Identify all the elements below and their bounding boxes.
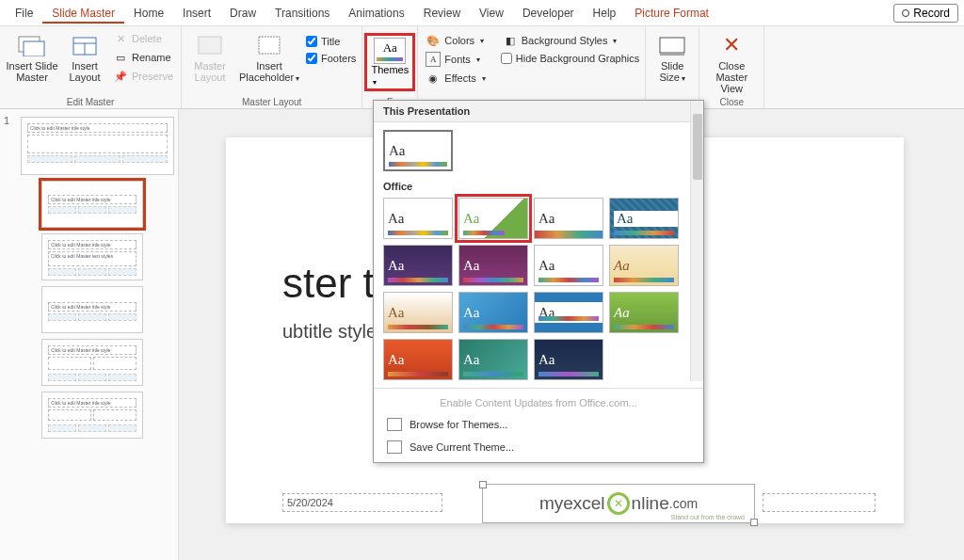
svg-rect-1 [24,41,44,56]
bg-styles-icon: ◧ [503,33,518,48]
theme-current[interactable]: Aa [383,130,453,171]
slide-number-placeholder[interactable] [763,493,876,512]
dropdown-footer: Enable Content Updates from Office.com..… [374,388,703,462]
insert-placeholder-button[interactable]: Insert Placeholder▾ [238,28,300,84]
menu-review[interactable]: Review [414,3,470,24]
folder-icon [387,418,402,431]
theme-ion-boardroom[interactable]: Aa [458,245,528,286]
slide-master-icon [17,32,47,58]
slide-size-icon [657,32,687,58]
theme-grid: Aa Aa Aa Aa Aa Aa Aa Aa Aa Aa Aa Aa Aa A… [374,198,703,388]
menu-picture-format[interactable]: Picture Format [625,3,718,24]
fonts-icon: A [426,52,441,67]
hide-background-checkbox[interactable]: Hide Background Graphics [501,51,639,66]
record-icon [902,9,909,17]
insert-layout-button[interactable]: Insert Layout [64,28,105,83]
group-label-master-layout: Master Layout [187,96,356,107]
theme-berlin[interactable]: Aa [383,339,453,380]
theme-organic[interactable]: Aa [534,245,603,286]
theme-wisp[interactable]: Aa [458,292,528,333]
layout-thumbnail-2[interactable]: Click to edit Master title style Click t… [41,233,143,280]
group-label-edit-master: Edit Master [6,96,175,107]
date-placeholder[interactable]: 5/20/2024 [282,493,442,512]
theme-damask[interactable]: Aa [534,339,603,380]
save-icon [387,440,402,454]
themes-dropdown: This Presentation Aa Office Aa Aa Aa Aa … [373,100,704,463]
title-checkbox[interactable]: Title [306,34,356,49]
group-close: ✕ Close Master View Close [699,26,764,108]
master-layout-button: Master Layout [187,28,233,83]
theme-integral[interactable]: Aa [609,198,679,239]
menu-transitions[interactable]: Transitions [265,3,339,24]
colors-button[interactable]: 🎨Colors▾ [424,32,487,49]
group-themes: Aa Themes▾ E [362,26,418,108]
master-layout-label: Master Layout [187,60,233,83]
menu-view[interactable]: View [470,3,513,24]
theme-slice[interactable]: Aa [383,292,453,333]
effects-button[interactable]: ◉Effects▾ [424,70,487,87]
svg-rect-5 [199,37,221,54]
logo-image[interactable]: myexcel nline .com Stand out from the cr… [482,484,755,523]
slide-number: 1 [4,115,17,126]
master-thumbnail[interactable]: Click to edit Master title style [21,117,174,175]
group-background: 🎨Colors▾ AFonts▾ ◉Effects▾ ◧Background S… [418,26,646,108]
save-current-theme[interactable]: Save Current Theme... [374,436,703,458]
theme-banded[interactable]: Aa [534,292,603,333]
menu-file[interactable]: File [6,3,42,24]
layout-thumbnail-1[interactable]: Click to edit Master title style [41,181,143,228]
layout-thumbnail-3[interactable]: Click to edit Master title style [41,286,143,333]
themes-button[interactable]: Aa Themes▾ [369,38,410,87]
theme-basis[interactable]: Aa [609,292,679,333]
thumbnail-pane[interactable]: 1 Click to edit Master title style Click… [0,109,179,560]
delete-button: ✕Delete [111,30,175,47]
fonts-button[interactable]: AFonts▾ [424,51,487,68]
insert-layout-label: Insert Layout [64,60,105,83]
background-styles-button[interactable]: ◧Background Styles▾ [501,32,639,49]
dropdown-section-this-presentation: This Presentation [374,101,703,122]
layout-thumbnail-5[interactable]: Click to edit Master title style [41,392,143,439]
preserve-icon: 📌 [113,69,128,84]
menu-insert[interactable]: Insert [173,3,220,24]
dropdown-scrollbar[interactable] [690,101,703,381]
logo-tagline: Stand out from the crowd [671,514,745,520]
menu-slide-master[interactable]: Slide Master [42,3,124,24]
insert-layout-icon [70,32,100,58]
theme-circuit[interactable]: Aa [458,339,528,380]
menu-draw[interactable]: Draw [220,3,265,24]
menu-help[interactable]: Help [584,3,626,24]
theme-retrospect[interactable]: Aa [609,245,679,286]
record-label: Record [913,7,950,20]
theme-ion[interactable]: Aa [383,245,453,286]
svg-rect-6 [259,37,280,54]
menu-home[interactable]: Home [124,3,173,24]
group-edit-master: Insert Slide Master Insert Layout ✕Delet… [0,26,182,108]
master-layout-icon [195,32,225,58]
menu-animations[interactable]: Animations [339,3,413,24]
close-master-view-button[interactable]: ✕ Close Master View [705,28,758,94]
close-icon: ✕ [716,32,747,58]
logo-o-icon [607,492,630,515]
effects-icon: ◉ [426,71,441,86]
slide-subtitle-placeholder[interactable]: ubtitle style [282,321,377,343]
enable-content-updates: Enable Content Updates from Office.com..… [374,392,703,413]
layout-thumbnail-4[interactable]: Click to edit Master title style [41,339,143,386]
browse-themes[interactable]: Browse for Themes... [374,413,703,436]
record-button[interactable]: Record [893,4,958,23]
placeholder-icon [254,32,284,58]
themes-highlight: Aa Themes▾ [364,33,415,91]
theme-gallery[interactable]: Aa [534,198,603,239]
delete-icon: ✕ [113,31,128,46]
theme-facet[interactable]: Aa [458,198,528,239]
ribbon: Insert Slide Master Insert Layout ✕Delet… [0,26,964,109]
slide-size-button[interactable]: Slide Size▾ [651,28,693,84]
rename-button[interactable]: ▭Rename [111,49,175,66]
themes-label: Themes▾ [371,64,409,87]
footers-checkbox[interactable]: Footers [306,51,356,66]
group-master-layout: Master Layout Insert Placeholder▾ Title … [182,26,362,108]
theme-office[interactable]: Aa [383,198,453,239]
svg-rect-7 [660,38,684,53]
insert-slide-master-button[interactable]: Insert Slide Master [6,28,58,83]
menu-bar: File Slide Master Home Insert Draw Trans… [0,0,964,26]
menu-developer[interactable]: Developer [513,3,584,24]
insert-placeholder-label: Insert Placeholder▾ [238,60,300,84]
